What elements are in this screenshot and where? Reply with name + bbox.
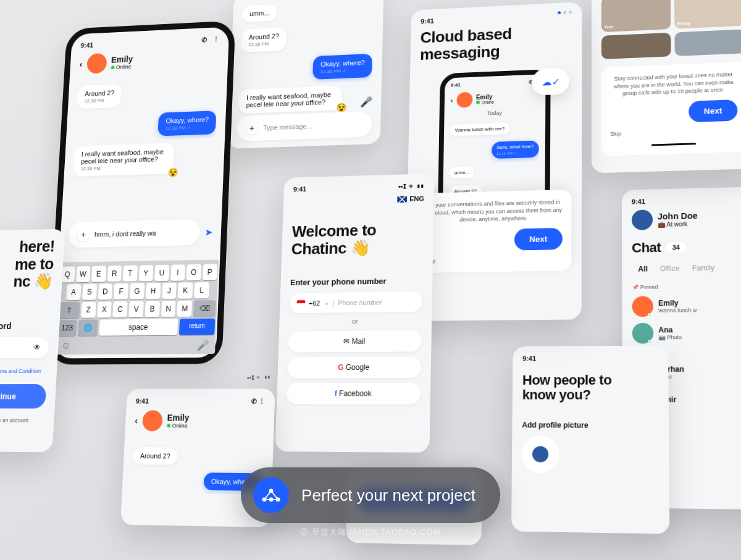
key-emoji[interactable]: 🌐 [78,320,98,336]
mic-icon[interactable]: 🎤 [196,339,209,351]
key-d[interactable]: D [98,283,112,299]
eye-icon[interactable]: 👁 [33,343,41,351]
contact-status: Online [116,64,132,70]
signal-fragment: ••𝗜 ᯤ ▮▮ [247,374,270,382]
msg-umm-top: umm... [242,4,277,22]
key-⌫[interactable]: ⌫ [193,300,216,317]
attach-button[interactable]: + [77,228,90,241]
message-input[interactable]: hmm, i dont really wa [94,230,156,238]
voice-icon[interactable]: 🎤 [360,96,372,107]
chat-item-ana[interactable]: Ana📷 Photo [632,322,741,343]
send-button[interactable]: ➤ [204,226,213,238]
key-u[interactable]: U [154,265,169,281]
contact-name: Emily [111,54,133,65]
mail-button[interactable]: ✉ Mail [288,330,421,353]
key-m[interactable]: M [177,301,193,317]
mini-msg-sure: Sure, what time?12.15 PM ✓ [492,141,539,159]
key-b[interactable]: B [144,301,159,317]
placeholder-avatar-icon [532,446,548,462]
mini-back[interactable]: ‹ [451,97,453,104]
message-input-2[interactable]: Type message... [263,122,312,132]
key-⇧[interactable]: ⇧ [58,302,80,318]
add-picture-button[interactable] [522,436,559,474]
key-a[interactable]: A [66,284,81,300]
vcall-you-tile: You [601,0,671,32]
back-icon[interactable]: ‹ [79,59,82,69]
key-i[interactable]: I [170,264,185,280]
flag-uk-icon [397,196,407,203]
key-o[interactable]: O [186,264,201,281]
facebook-button[interactable]: f Facebook [287,383,421,404]
mini-msg-umm: umm... [450,167,475,179]
status-time-3: 9:41 [421,17,434,25]
key-x[interactable]: X [97,301,112,317]
chat-heading: Chat [632,240,661,255]
key-z[interactable]: Z [81,302,96,318]
key-f[interactable]: F [114,283,128,299]
cloud-next-button[interactable]: Next [514,228,563,251]
status-time-2: 9:41 [293,185,307,193]
mini-avatar [456,92,472,108]
vcall-emily-tile: Emily [674,0,741,29]
promo-banner: Perfect your next project [241,467,500,523]
password-label: our password [0,320,51,331]
avatar-emily[interactable] [86,53,107,74]
key-space[interactable]: space [99,319,177,335]
country-code[interactable]: +62 [309,299,320,307]
banner-logo-icon [253,477,289,513]
language-switch[interactable]: ENG [409,195,424,203]
key-r[interactable]: R [107,265,122,282]
key-v[interactable]: V [128,301,143,317]
key-return[interactable]: return [179,319,216,335]
attach-button-2[interactable]: + [245,121,259,135]
msg-okay-top: Okayy, where?12.38 PM ✓ [313,54,373,80]
cloud-title-2: messaging [420,42,500,63]
tab-all[interactable]: All [632,262,654,276]
tab-office[interactable]: Office [654,262,686,275]
more-icon[interactable]: ⋮ [212,36,219,44]
key-p[interactable]: P [203,264,217,281]
call-icon[interactable]: ✆ [201,36,207,44]
key-g[interactable]: G [130,283,144,299]
already-account-link[interactable]: I already have an account [0,417,44,424]
contact-status-2: Online [172,422,187,428]
vcall-skip-link[interactable]: Skip [610,127,738,137]
terms-link[interactable]: Terms and Condition [0,368,41,374]
status-signal: ••𝗜 ᯤ ▮▮ [398,182,424,191]
back-icon-2[interactable]: ‹ [135,416,138,425]
key-t[interactable]: T [123,265,138,282]
continue-button[interactable]: Continue [0,384,47,409]
chat-count-badge: 34 [666,242,686,253]
reaction-icon[interactable]: 😵 [167,167,178,177]
msg-in-seafood: I really want seafood, maybe pecel lele … [73,143,175,177]
phone-input[interactable]: Phone number [338,298,382,306]
chat-item-emily[interactable]: EmilyWanna lunch w [632,295,741,317]
avatar-emily-2[interactable] [142,410,163,431]
user-name: John Doe [658,211,698,221]
emoji-icon[interactable]: ☺ [61,340,72,352]
key-n[interactable]: N [161,301,176,317]
pager-dots [558,10,572,19]
vcall-tile-3 [601,33,671,59]
chevron-down-icon[interactable]: ⌄ [324,299,329,307]
key-j[interactable]: J [162,283,177,299]
vcall-next-button[interactable]: Next [689,99,738,122]
key-c[interactable]: C [113,301,128,317]
avatar-john[interactable] [632,209,653,230]
key-h[interactable]: H [146,283,161,299]
tab-family[interactable]: Family [686,261,721,275]
welcome-partial-me: me to [14,254,54,274]
status-time-5: 9:41 [522,355,536,362]
google-button[interactable]: G Google [287,357,421,378]
key-k[interactable]: K [178,282,193,299]
enter-phone-label: Enter your phone number [290,276,423,287]
key-y[interactable]: Y [138,265,153,281]
key-123[interactable]: 123 [57,320,77,336]
key-w[interactable]: W [76,266,91,282]
cloud-skip-link[interactable]: Skip [425,256,563,264]
or-divider: Or [289,318,422,325]
key-l[interactable]: L [194,282,209,299]
key-s[interactable]: S [82,284,97,300]
profile-title-1: How people to [522,372,611,388]
key-e[interactable]: E [91,266,106,282]
